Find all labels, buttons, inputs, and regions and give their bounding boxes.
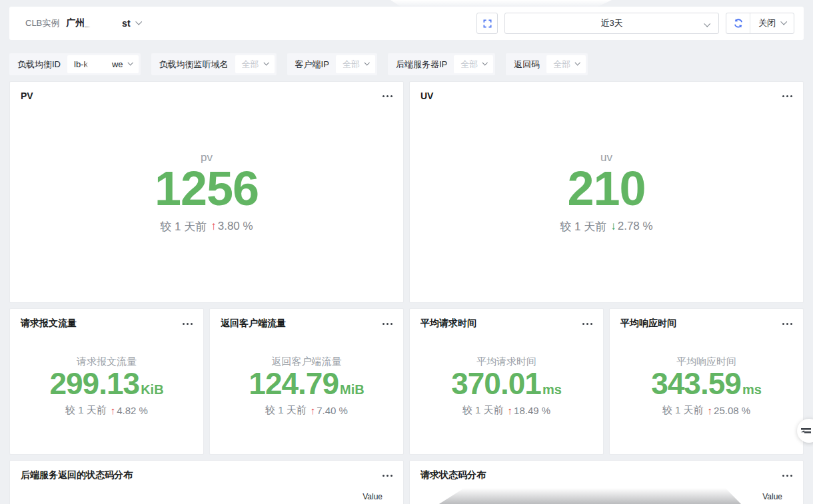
compare-change: 2.78 %: [618, 220, 653, 233]
more-menu-icon[interactable]: [383, 320, 393, 328]
value-column-header: Value: [349, 492, 383, 501]
metric-value: 124.79: [249, 368, 339, 399]
stat-card: UV uv 210 较 1 天前 ↓ 2.78 %: [409, 81, 804, 303]
filter-value-select[interactable]: lb-k we: [67, 55, 139, 73]
filter-value: 全部: [343, 59, 360, 71]
stat-card: 平均响应时间 平均响应时间 343.59 ms 较 1 天前 ↑ 25.08 %: [609, 308, 804, 455]
trend-arrow-icon: ↑: [708, 405, 713, 416]
filter-chip: 负载均衡ID lb-k we: [9, 53, 141, 75]
compare-line: 较 1 天前 ↑ 4.82 %: [65, 404, 148, 417]
chevron-down-icon: [127, 60, 133, 65]
table-card: 后端服务返回的状态码分布 Value 200500: [9, 460, 404, 504]
status-code-table: Value 200500: [410, 492, 803, 504]
metric-value: 1256: [155, 164, 259, 212]
more-menu-icon[interactable]: [383, 472, 393, 479]
filter-value-select[interactable]: 全部: [336, 55, 375, 73]
stat-body: 返回客户端流量 124.79 MiB 较 1 天前 ↑ 7.40 %: [210, 330, 403, 454]
filter-value: 全部: [460, 59, 478, 71]
metric-unit: ms: [742, 383, 762, 396]
filter-value: 全部: [553, 59, 570, 71]
fullscreen-button[interactable]: [476, 13, 498, 34]
chevron-down-icon: [575, 60, 580, 65]
card-header: 请求报文流量: [10, 309, 203, 330]
more-menu-icon[interactable]: [782, 320, 792, 328]
compare-change: 18.49 %: [514, 405, 550, 416]
stat-body: 平均响应时间 343.59 ms 较 1 天前 ↑ 25.08 %: [610, 330, 803, 454]
metric-value-row: 370.01 ms: [451, 368, 562, 399]
filter-value-suffix: we: [112, 59, 123, 69]
metric-unit: ms: [542, 383, 562, 396]
stat-body: pv 1256 较 1 天前 ↑ 3.80 %: [10, 101, 403, 302]
more-menu-icon[interactable]: [782, 472, 792, 479]
topbar: CLB实例 广州_st 近3天 关闭: [9, 7, 804, 40]
trend-arrow-icon: ↑: [211, 220, 217, 233]
stat-card: PV pv 1256 较 1 天前 ↑ 3.80 %: [9, 81, 404, 303]
refresh-group: 关闭: [726, 13, 794, 34]
stat-card: 请求报文流量 请求报文流量 299.13 KiB 较 1 天前 ↑ 4.82 %: [9, 308, 204, 455]
compare-change: 4.82 %: [117, 405, 148, 416]
trend-arrow-icon: ↑: [111, 405, 116, 416]
stat-card: 平均请求时间 平均请求时间 370.01 ms 较 1 天前 ↑ 18.49 %: [409, 308, 604, 455]
trend-arrow-icon: ↑: [311, 405, 316, 416]
card-title: 平均请求时间: [420, 318, 476, 330]
compare-change: 25.08 %: [714, 405, 750, 416]
filter-label: 后端服务器IP: [396, 59, 447, 71]
metric-value-row: 299.13 KiB: [49, 368, 163, 399]
metric-value: 299.13: [49, 368, 139, 399]
more-menu-icon[interactable]: [183, 320, 193, 328]
chevron-down-icon: [135, 19, 142, 25]
time-range-select[interactable]: 近3天: [504, 13, 719, 34]
chevron-down-icon: [364, 60, 369, 65]
card-title: PV: [21, 91, 33, 101]
compare-change: 3.80 %: [218, 220, 253, 233]
time-range-value: 近3天: [600, 17, 622, 29]
more-menu-icon[interactable]: [582, 320, 592, 328]
card-title: UV: [420, 91, 433, 101]
auto-refresh-select[interactable]: 关闭: [750, 17, 794, 29]
redacted-text: [89, 60, 111, 69]
stat-row-small: 请求报文流量 请求报文流量 299.13 KiB 较 1 天前 ↑ 4.82 %…: [9, 308, 804, 455]
compare-label: 较 1 天前: [462, 404, 504, 417]
card-title: 返回客户端流量: [221, 318, 286, 330]
filter-chip: 负载均衡监听域名 全部: [151, 53, 277, 75]
auto-refresh-value: 关闭: [758, 17, 776, 29]
filter-value-select[interactable]: 全部: [454, 55, 493, 73]
metric-unit: MiB: [340, 383, 365, 396]
instance-name-select[interactable]: 广州_st: [66, 17, 140, 29]
value-column-header: Value: [749, 492, 782, 501]
chevron-down-icon: [263, 60, 269, 65]
clb-instance-label: CLB实例: [25, 17, 59, 29]
stat-body: uv 210 较 1 天前 ↓ 2.78 %: [410, 101, 803, 302]
more-menu-icon[interactable]: [383, 93, 393, 100]
filter-chip: 后端服务器IP 全部: [388, 53, 495, 75]
filter-label: 负载均衡ID: [17, 59, 61, 71]
metric-value-row: 210: [567, 164, 645, 212]
metric-value-row: 343.59 ms: [651, 368, 762, 399]
filter-value-select[interactable]: 全部: [235, 55, 275, 73]
panel-arrow-icon: [800, 425, 812, 436]
card-title: 请求报文流量: [21, 318, 77, 330]
stat-body: 请求报文流量 299.13 KiB 较 1 天前 ↑ 4.82 %: [10, 330, 203, 454]
trend-arrow-icon: ↓: [610, 220, 616, 233]
metric-value: 210: [567, 164, 645, 212]
card-title: 请求状态码分布: [420, 469, 486, 481]
compare-label: 较 1 天前: [560, 219, 606, 234]
filter-label: 客户端IP: [295, 59, 329, 71]
topbar-controls: 近3天 关闭: [476, 13, 794, 34]
instance-name-suffix: st: [122, 18, 130, 29]
card-header: 后端服务返回的状态码分布: [10, 461, 403, 481]
metric-unit: KiB: [141, 383, 163, 396]
filter-value-select[interactable]: 全部: [546, 55, 586, 73]
compare-line: 较 1 天前 ↑ 18.49 %: [462, 404, 550, 417]
compare-label: 较 1 天前: [265, 404, 307, 417]
card-header: 请求状态码分布: [410, 461, 803, 481]
table-card: 请求状态码分布 Value 200500: [409, 460, 804, 504]
refresh-button[interactable]: [726, 13, 750, 33]
status-code-table: Value 200500: [10, 492, 403, 504]
filter-label: 返回码: [514, 59, 540, 71]
stat-card: 返回客户端流量 返回客户端流量 124.79 MiB 较 1 天前 ↑ 7.40…: [209, 308, 404, 455]
compare-label: 较 1 天前: [160, 219, 207, 234]
card-title: 后端服务返回的状态码分布: [21, 469, 133, 481]
card-header: UV: [410, 82, 803, 101]
more-menu-icon[interactable]: [782, 93, 792, 100]
